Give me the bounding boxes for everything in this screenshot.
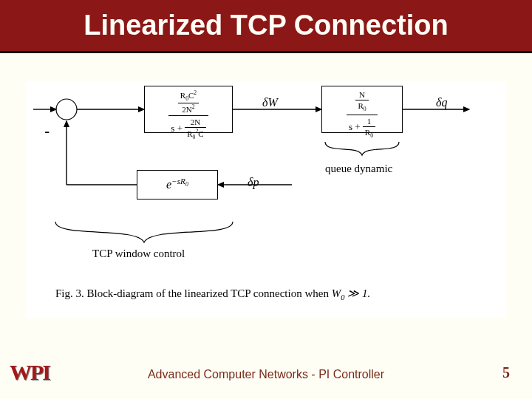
slide-title: Linearized TCP Connection <box>83 10 448 41</box>
block-tcp-transfer: R0C2 2N2 s + 2N R02C <box>144 86 233 133</box>
page-number: 5 <box>502 364 510 381</box>
summing-junction <box>56 99 77 120</box>
b1-top-num: R0C2 <box>178 89 199 103</box>
block-diagram-svg <box>26 81 506 318</box>
b3-expr: e−sR0 <box>137 177 217 191</box>
block-queue-transfer: N R0 s + 1 R0 <box>321 86 403 133</box>
title-bar: Linearized TCP Connection <box>0 0 532 53</box>
b2-den-den: R0 <box>363 127 375 140</box>
label-queue-dynamic: queue dynamic <box>325 163 392 175</box>
caption-prefix: Fig. 3. Block-diagram of the linearized … <box>55 287 332 299</box>
diagram-container: R0C2 2N2 s + 2N R02C N <box>26 81 506 318</box>
block-delay: e−sR0 <box>137 170 218 200</box>
footer-text: Advanced Computer Networks - PI Controll… <box>0 368 532 381</box>
label-delta-w: δW <box>262 96 278 109</box>
b1-den-num: 2N <box>185 117 205 128</box>
b1-den-den: R02C <box>185 128 205 141</box>
brace-tcp-window-control <box>55 222 233 242</box>
summing-minus-sign: - <box>44 122 50 141</box>
label-delta-p: δp <box>248 176 259 189</box>
b2-top-num: N <box>355 89 368 100</box>
label-delta-q: δq <box>436 96 447 109</box>
caption-condition: W0 ≫ 1. <box>332 287 371 299</box>
label-tcp-window-control: TCP window control <box>92 248 185 260</box>
b1-top-den: 2N2 <box>178 103 199 115</box>
b2-top-den: R0 <box>355 100 368 114</box>
b1-den-left: s + <box>171 123 185 134</box>
brace-queue-dynamic <box>325 142 399 155</box>
footer: WPI WPI Advanced Computer Networks - PI … <box>0 356 532 386</box>
b2-den-left: s + <box>349 121 363 132</box>
figure-caption: Fig. 3. Block-diagram of the linearized … <box>55 287 370 301</box>
b2-den-num: 1 <box>363 116 375 127</box>
